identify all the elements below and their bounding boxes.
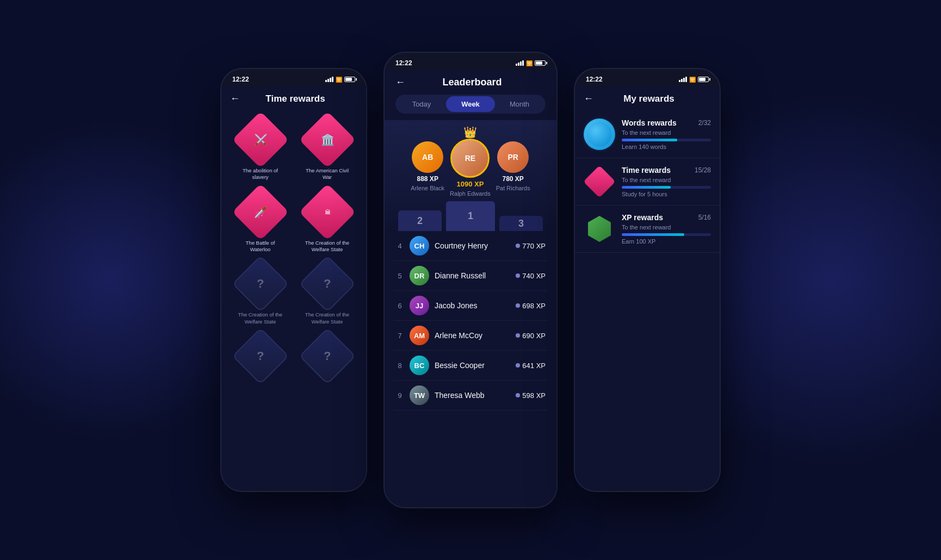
leaderboard-title: Leaderboard: [412, 77, 533, 88]
podium-avatar-3: PR: [497, 141, 529, 173]
time-reward-count: 15/28: [695, 166, 711, 174]
avatar-theresa: TW: [410, 385, 429, 405]
avatar-arlene-m: AM: [410, 326, 429, 345]
xp-jacob: 698 XP: [516, 302, 546, 310]
diamond-shape-1: ⚔️: [232, 111, 289, 169]
diamond-2: 🏛️: [303, 115, 352, 164]
podium-xp-3: 780 XP: [502, 175, 523, 183]
leaderboard-row-5[interactable]: 5 DR Dianne Russell 740 XP: [393, 261, 548, 291]
avatar-bessie: BC: [410, 356, 429, 375]
battery-icon-center: [535, 60, 546, 66]
podium-name-3: Pat Richards: [496, 185, 530, 191]
back-button-left[interactable]: ←: [230, 93, 240, 104]
diamond-shape-2: 🏛️: [299, 111, 356, 169]
reward-icon-4: 🏛: [324, 209, 330, 215]
leaderboard-header: ← Leaderboard: [385, 70, 556, 95]
words-reward-section: Words rewards 2/32 To the next reward Le…: [575, 111, 720, 158]
words-reward-count: 2/32: [698, 119, 711, 127]
name-arlene-m: Arlene McCoy: [435, 331, 510, 340]
name-jacob: Jacob Jones: [435, 301, 510, 310]
status-icons-left: 🛜: [325, 77, 355, 83]
words-reward-header: Words rewards 2/32: [622, 119, 711, 127]
diamond-5: ?: [236, 259, 285, 308]
phone-my-rewards: 12:22 🛜 ← My rewards: [574, 68, 721, 492]
tab-month[interactable]: Month: [495, 96, 544, 112]
rank-9: 9: [395, 391, 404, 400]
leaderboard-row-9[interactable]: 9 TW Theresa Webb 598 XP: [393, 381, 548, 410]
battery-icon-left: [344, 77, 355, 82]
xp-bessie: 641 XP: [516, 362, 546, 370]
rank-8: 8: [395, 362, 404, 370]
leaderboard-row-7[interactable]: 7 AM Arlene McCoy 690 XP: [393, 321, 548, 351]
time-reward-section: Time rewards 15/28 To the next reward St…: [575, 158, 720, 206]
podium-block-2: 2: [398, 210, 442, 231]
podium-section: AB 888 XP Arlene Black 👑 RE 1090 XP Ralp…: [385, 120, 556, 231]
time-rewards-title: Time rewards: [246, 94, 344, 104]
reward-label-5: The Creation of the Welfare State: [236, 312, 285, 325]
xp-gem-container: [584, 213, 615, 245]
podium-blocks: 2 1 3: [395, 201, 546, 231]
wifi-icon-left: 🛜: [336, 77, 342, 83]
avatar-dianne: DR: [410, 266, 429, 285]
tab-week[interactable]: Week: [446, 96, 495, 112]
diamond-shape-5: ?: [232, 256, 289, 313]
xp-reward-title: XP rewards: [622, 213, 663, 222]
left-phone-content: ← Time rewards ⚔️ The abolition of slave…: [221, 86, 366, 489]
back-button-right[interactable]: ←: [584, 93, 593, 104]
status-time-right: 12:22: [586, 76, 603, 83]
phones-container: 12:22 🛜 ← Time rewards: [220, 52, 721, 508]
status-time-left: 12:22: [232, 76, 249, 83]
reward-card-1[interactable]: ⚔️ The abolition of slavery: [230, 115, 290, 181]
xp-theresa: 598 XP: [516, 391, 546, 400]
time-progress-bar: [622, 186, 711, 189]
reward-locked-6: ?: [324, 277, 331, 291]
phone-leaderboard: 12:22 🛜 ← Leaderboard: [383, 52, 558, 508]
reward-icon-1: ⚔️: [253, 133, 267, 146]
podium-player-2: AB 888 XP Arlene Black: [411, 141, 444, 191]
podium-avatar-2: AB: [412, 141, 443, 173]
reward-label-1: The abolition of slavery: [236, 167, 285, 181]
diamond-shape-8: ?: [299, 328, 356, 385]
xp-progress-fill: [622, 233, 684, 236]
leaderboard-row-4[interactable]: 4 CH Courtney Henry 770 XP: [393, 231, 548, 261]
podium-name-2: Arlene Black: [411, 185, 444, 191]
reward-card-4[interactable]: 🏛 The Creation of the Welfare State: [297, 188, 357, 253]
avatar-courtney: CH: [410, 236, 429, 256]
podium-players: AB 888 XP Arlene Black 👑 RE 1090 XP Ralp…: [395, 126, 546, 197]
words-progress-label: Learn 140 words: [622, 144, 711, 150]
back-button-center[interactable]: ←: [395, 77, 405, 88]
reward-locked-8: ?: [324, 349, 331, 363]
reward-card-3[interactable]: 🗡️ The Battle of Waterloo: [230, 188, 290, 253]
notch-left: [269, 69, 318, 81]
xp-progress-label: Earn 100 XP: [622, 238, 711, 245]
time-progress-fill: [622, 186, 671, 189]
tab-today[interactable]: Today: [397, 96, 446, 112]
diamond-1: ⚔️: [236, 115, 285, 164]
reward-locked-7: ?: [257, 349, 264, 363]
status-time-center: 12:22: [395, 59, 412, 67]
diamond-3: 🗡️: [236, 188, 285, 237]
signal-icon-left: [325, 77, 333, 82]
notch-right: [623, 69, 672, 81]
words-progress-bar: [622, 139, 711, 141]
podium-block-3: 3: [499, 216, 543, 231]
words-reward-title: Words rewards: [622, 119, 677, 127]
xp-courtney: 770 XP: [516, 242, 546, 250]
name-theresa: Theresa Webb: [435, 391, 510, 400]
center-phone-content: ← Leaderboard Today Week Month AB 888 XP…: [385, 70, 556, 505]
signal-icon-center: [516, 60, 524, 66]
xp-reward-info: XP rewards 5/16 To the next reward Earn …: [622, 213, 711, 245]
time-progress-subtitle: To the next reward: [622, 177, 711, 183]
leaderboard-row-6[interactable]: 6 JJ Jacob Jones 698 XP: [393, 291, 548, 321]
right-phone-content: ← My rewards Words rewards 2/32 To the n…: [575, 86, 720, 489]
rank-4: 4: [395, 242, 404, 250]
diamond-7: ?: [236, 332, 285, 381]
my-rewards-header: ← My rewards: [575, 86, 720, 111]
phone-time-rewards: 12:22 🛜 ← Time rewards: [220, 68, 367, 492]
battery-icon-right: [698, 77, 709, 82]
reward-card-2[interactable]: 🏛️ The American Civil War: [297, 115, 357, 181]
words-gem: [584, 119, 615, 150]
leaderboard-row-8[interactable]: 8 BC Bessie Cooper 641 XP: [393, 351, 548, 381]
time-rewards-header: ← Time rewards: [221, 86, 366, 111]
xp-arlene-m: 690 XP: [516, 332, 546, 340]
